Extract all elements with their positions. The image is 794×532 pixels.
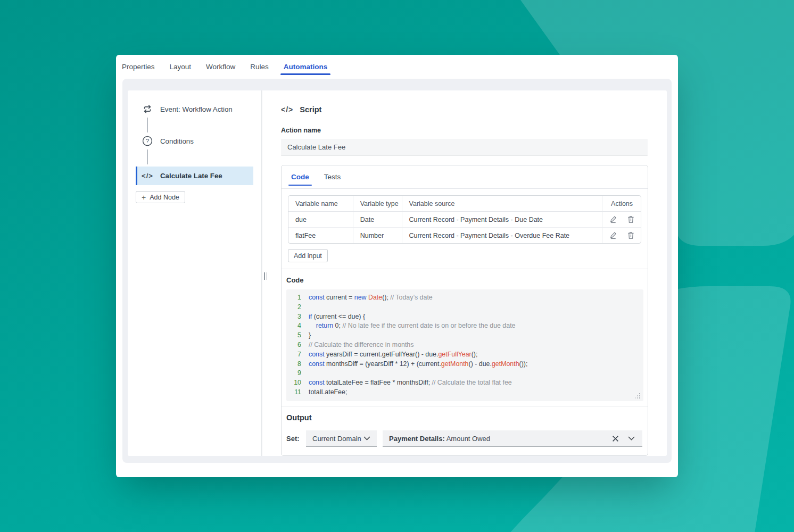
add-node-button[interactable]: + Add Node xyxy=(136,191,185,203)
code-text: const totalLateFee = flatFee * monthsDif… xyxy=(309,378,512,388)
set-label: Set: xyxy=(286,435,302,443)
code-icon: </> xyxy=(142,170,153,182)
node-connector xyxy=(147,149,148,164)
tab-rules[interactable]: Rules xyxy=(243,55,276,79)
add-node-label: Add Node xyxy=(150,194,179,201)
node-event-workflow-action[interactable]: Event: Workflow Action xyxy=(142,103,261,115)
delete-variable-button[interactable] xyxy=(627,231,634,239)
node-label: Conditions xyxy=(160,137,194,145)
node-conditions[interactable]: ? Conditions xyxy=(142,135,261,147)
column-header: Variable source xyxy=(402,196,602,212)
code-line: 11totalLateFee; xyxy=(286,388,643,397)
svg-text:?: ? xyxy=(146,138,149,144)
code-line: 1const current = new Date(); // Today’s … xyxy=(286,293,643,303)
line-number: 4 xyxy=(286,321,301,331)
plus-icon: + xyxy=(142,194,146,201)
panel-resize-handle[interactable] xyxy=(262,272,269,280)
action-name-label: Action name xyxy=(281,127,648,134)
code-section: Code 1const current = new Date(); // Tod… xyxy=(282,269,648,406)
automations-panel: Event: Workflow Action ? Conditions </> … xyxy=(122,79,672,463)
tab-label: Properties xyxy=(122,63,155,71)
tab-label: Automations xyxy=(284,63,328,71)
pencil-icon xyxy=(609,215,617,223)
target-field-dropdown[interactable]: Payment Details: Amount Owed xyxy=(383,430,642,447)
output-set-row: Set: Current Domain Payment Details: Amo… xyxy=(286,430,642,447)
tab-label: Code xyxy=(291,173,309,181)
tab-label: Layout xyxy=(170,63,192,71)
script-header: </> Script xyxy=(281,104,648,115)
code-text: const monthsDiff = (yearsDiff * 12) + (c… xyxy=(309,360,527,369)
workflow-node-list: Event: Workflow Action ? Conditions </> … xyxy=(128,90,262,456)
action-name-input[interactable]: Calculate Late Fee xyxy=(281,139,648,155)
variable-name-cell: flatFee xyxy=(288,228,353,243)
pencil-icon xyxy=(609,231,617,239)
tab-automations[interactable]: Automations xyxy=(276,55,335,79)
tab-code[interactable]: Code xyxy=(288,165,312,188)
tab-label: Workflow xyxy=(206,63,235,71)
line-number: 10 xyxy=(286,378,301,388)
code-icon: </> xyxy=(281,105,293,114)
table-row: flatFee Number Current Record - Payment … xyxy=(288,228,641,243)
script-editor-panel: </> Script Action name Calculate Late Fe… xyxy=(262,90,667,456)
code-text: const current = new Date(); // Today’s d… xyxy=(309,293,433,303)
code-text: return 0; // No late fee if the current … xyxy=(309,321,516,331)
chevron-down-icon[interactable] xyxy=(628,436,635,440)
line-number: 9 xyxy=(286,369,301,378)
automation-editor-window: Properties Layout Workflow Rules Automat… xyxy=(116,55,678,477)
tab-tests[interactable]: Tests xyxy=(321,165,344,188)
code-text: // Calculate the difference in months xyxy=(309,340,413,350)
code-line: 8const monthsDiff = (yearsDiff * 12) + (… xyxy=(286,360,643,369)
node-calculate-late-fee[interactable]: </> Calculate Late Fee xyxy=(136,167,253,185)
tab-label: Tests xyxy=(324,173,341,181)
resize-handle-icon[interactable] xyxy=(635,393,640,398)
tab-layout[interactable]: Layout xyxy=(162,55,199,79)
code-text: } xyxy=(309,331,311,340)
target-field-group: Payment Details: xyxy=(389,435,445,443)
code-line: 6// Calculate the difference in months xyxy=(286,340,643,350)
line-number: 11 xyxy=(286,388,301,397)
output-section: Output Set: Current Domain Payment Detai… xyxy=(282,406,648,447)
variable-type-cell: Date xyxy=(353,212,402,228)
code-section-label: Code xyxy=(286,276,642,284)
line-number: 7 xyxy=(286,350,301,360)
line-number: 8 xyxy=(286,360,301,369)
node-label: Calculate Late Fee xyxy=(160,172,222,180)
code-text: if (current <= due) { xyxy=(309,312,365,322)
trash-icon xyxy=(627,231,634,239)
variable-source-cell: Current Record - Payment Details - Due D… xyxy=(402,212,602,228)
code-line: 5} xyxy=(286,331,643,340)
tab-properties[interactable]: Properties xyxy=(116,55,162,79)
script-card-tabs: Code Tests xyxy=(282,165,648,189)
code-line: 9 xyxy=(286,369,643,378)
column-header: Variable name xyxy=(288,196,353,212)
add-input-button[interactable]: Add input xyxy=(288,249,328,262)
variables-section: Variable name Variable type Variable sou… xyxy=(282,189,648,269)
repeat-icon xyxy=(142,103,153,115)
table-header-row: Variable name Variable type Variable sou… xyxy=(288,196,641,212)
table-row: due Date Current Record - Payment Detail… xyxy=(288,212,641,228)
tab-label: Rules xyxy=(250,63,269,71)
node-label: Event: Workflow Action xyxy=(160,105,233,113)
script-title: Script xyxy=(300,105,321,114)
code-line: 10const totalLateFee = flatFee * monthsD… xyxy=(286,378,643,388)
window-tabbar: Properties Layout Workflow Rules Automat… xyxy=(116,55,678,79)
line-number: 3 xyxy=(286,312,301,322)
edit-variable-button[interactable] xyxy=(609,215,617,223)
variable-source-cell: Current Record - Payment Details - Overd… xyxy=(402,228,602,243)
code-line: 3if (current <= due) { xyxy=(286,312,643,322)
scope-dropdown[interactable]: Current Domain xyxy=(306,430,377,447)
clear-icon[interactable] xyxy=(612,435,619,442)
line-number: 6 xyxy=(286,340,301,350)
tab-workflow[interactable]: Workflow xyxy=(198,55,243,79)
target-field-name: Amount Owed xyxy=(446,435,490,443)
code-editor[interactable]: 1const current = new Date(); // Today’s … xyxy=(286,289,643,401)
edit-variable-button[interactable] xyxy=(609,231,617,239)
column-header: Actions xyxy=(602,196,641,212)
scope-dropdown-value: Current Domain xyxy=(312,435,361,443)
trash-icon xyxy=(627,215,634,223)
delete-variable-button[interactable] xyxy=(627,215,634,223)
target-field-value: Payment Details: Amount Owed xyxy=(389,435,612,443)
node-connector xyxy=(147,118,148,132)
variable-name-cell: due xyxy=(288,212,353,228)
question-icon: ? xyxy=(142,135,153,147)
